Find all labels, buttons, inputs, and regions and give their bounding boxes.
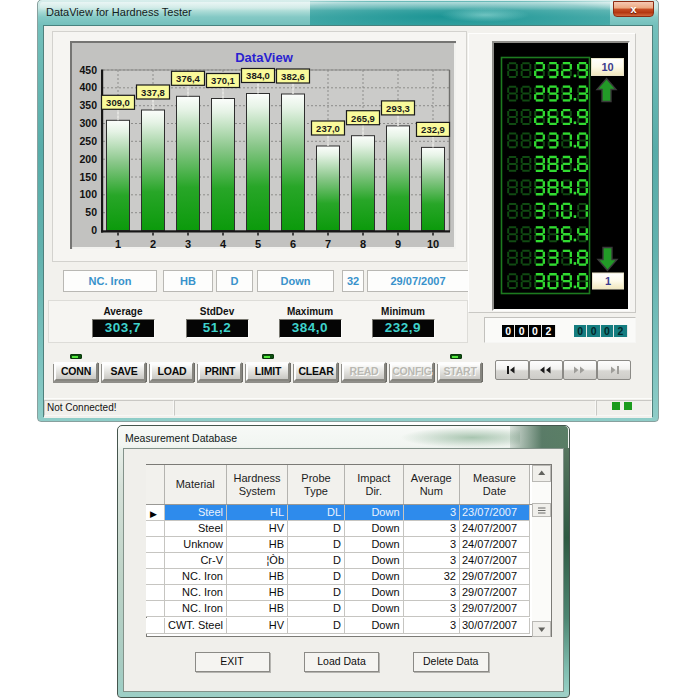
svg-text:382,6: 382,6 bbox=[281, 71, 305, 82]
svg-text:DataView: DataView bbox=[235, 50, 293, 65]
svg-text:300: 300 bbox=[79, 117, 97, 129]
svg-text:1: 1 bbox=[604, 275, 610, 287]
svg-text:4: 4 bbox=[220, 238, 227, 250]
svg-text:309,0: 309,0 bbox=[106, 97, 130, 108]
svg-text:50: 50 bbox=[85, 206, 97, 218]
svg-text:232,9: 232,9 bbox=[421, 124, 445, 135]
svg-text:265,9: 265,9 bbox=[351, 113, 375, 124]
svg-text:293,3: 293,3 bbox=[386, 103, 410, 114]
svg-text:250: 250 bbox=[79, 135, 97, 147]
svg-text:237,0: 237,0 bbox=[316, 123, 340, 134]
svg-text:7: 7 bbox=[325, 238, 331, 250]
svg-text:3: 3 bbox=[185, 238, 191, 250]
svg-text:10: 10 bbox=[427, 238, 439, 250]
svg-text:100: 100 bbox=[79, 188, 97, 200]
svg-text:400: 400 bbox=[79, 81, 97, 93]
svg-text:8: 8 bbox=[360, 238, 366, 250]
svg-text:1: 1 bbox=[115, 238, 121, 250]
svg-text:6: 6 bbox=[290, 238, 296, 250]
svg-text:0: 0 bbox=[91, 224, 97, 236]
svg-text:150: 150 bbox=[79, 171, 97, 183]
svg-text:350: 350 bbox=[79, 99, 97, 111]
svg-text:370,1: 370,1 bbox=[211, 75, 235, 86]
svg-text:5: 5 bbox=[255, 238, 261, 250]
svg-text:376,4: 376,4 bbox=[176, 73, 200, 84]
svg-text:337,8: 337,8 bbox=[141, 87, 165, 98]
svg-text:10: 10 bbox=[601, 61, 613, 73]
svg-text:450: 450 bbox=[79, 64, 97, 76]
svg-text:9: 9 bbox=[395, 238, 401, 250]
svg-text:2: 2 bbox=[150, 238, 156, 250]
svg-text:384,0: 384,0 bbox=[246, 70, 270, 81]
svg-text:200: 200 bbox=[79, 153, 97, 165]
